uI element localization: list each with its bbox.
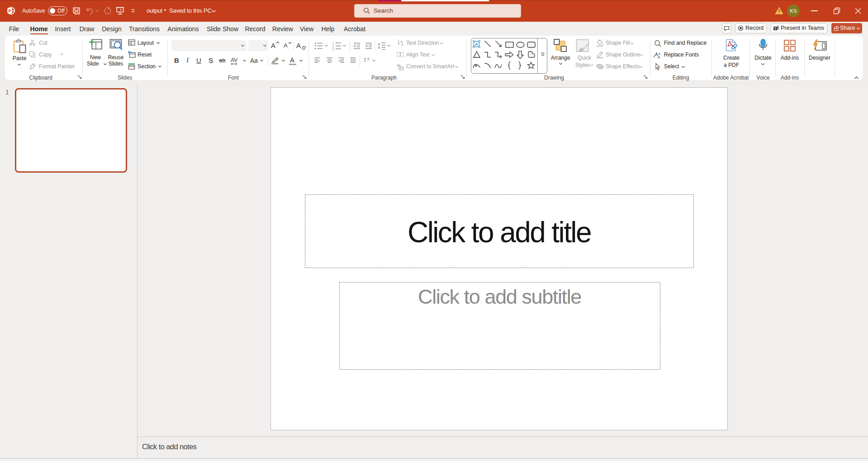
svg-text:AV: AV [231,57,237,63]
svg-text:P: P [9,8,12,13]
svg-text:T: T [774,27,776,30]
svg-text:3: 3 [332,47,334,50]
svg-text:A: A [658,55,660,59]
svg-text:A: A [400,40,403,44]
svg-text:A: A [475,42,478,47]
